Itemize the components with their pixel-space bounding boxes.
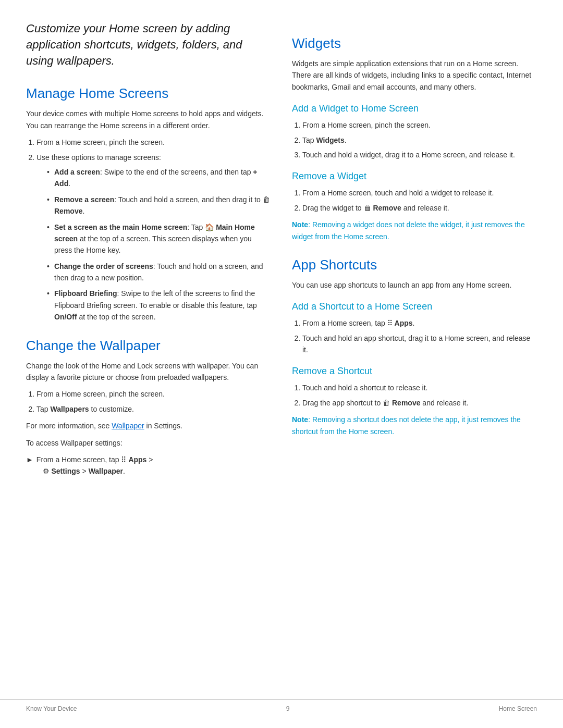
wallpaper-arrow-text: From a Home screen, tap ⠿ Apps > ⚙ Setti… xyxy=(36,454,153,477)
list-item: Drag the app shortcut to 🗑 Remove and re… xyxy=(302,397,537,409)
remove-widget-note: Note: Removing a widget does not delete … xyxy=(292,219,537,242)
footer-right: Home Screen xyxy=(499,705,537,712)
add-shortcut-steps: From a Home screen, tap ⠿ Apps. Touch an… xyxy=(302,317,537,355)
list-item: From a Home screen, pinch the screen. xyxy=(36,137,271,148)
add-shortcut-title: Add a Shortcut to a Home Screen xyxy=(292,301,537,312)
widgets-description: Widgets are simple application extension… xyxy=(292,58,537,93)
list-item: From a Home screen, pinch the screen. xyxy=(302,119,537,131)
change-wallpaper-description: Change the look of the Home and Lock scr… xyxy=(26,360,271,384)
remove-shortcut-note: Note: Removing a shortcut does not delet… xyxy=(292,414,537,437)
add-widget-title: Add a Widget to Home Screen xyxy=(292,103,537,114)
footer-left: Know Your Device xyxy=(26,705,77,712)
list-item: From a Home screen, pinch the screen. xyxy=(36,388,271,400)
widgets-title: Widgets xyxy=(292,35,537,52)
apps-grid-icon-2: ⠿ xyxy=(387,319,393,327)
settings-icon: ⚙ xyxy=(43,467,50,475)
apps-grid-icon: ⠿ xyxy=(121,455,126,464)
list-item: Tap Wallpapers to customize. xyxy=(36,403,271,415)
list-item: Touch and hold a widget, drag it to a Ho… xyxy=(302,149,537,161)
manage-options-list: Add a screen: Swipe to the end of the sc… xyxy=(47,166,271,323)
manage-home-screens-steps: From a Home screen, pinch the screen. Us… xyxy=(36,137,271,323)
app-shortcuts-title: App Shortcuts xyxy=(292,257,537,273)
trash-icon-3: 🗑 xyxy=(383,399,390,407)
remove-shortcut-title: Remove a Shortcut xyxy=(292,366,537,377)
list-item: Flipboard Briefing: Swipe to the left of… xyxy=(47,288,271,323)
change-wallpaper-title: Change the Wallpaper xyxy=(26,338,271,354)
list-item: Set a screen as the main Home screen: Ta… xyxy=(47,221,271,256)
trash-icon: 🗑 xyxy=(263,195,270,204)
home-icon: 🏠 xyxy=(205,223,214,231)
list-item: Change the order of screens: Touch and h… xyxy=(47,261,271,284)
list-item: Drag the widget to 🗑 Remove and release … xyxy=(302,202,537,214)
more-info-text: For more information, see Wallpaper in S… xyxy=(26,420,271,431)
manage-home-screens-title: Manage Home Screens xyxy=(26,85,271,102)
intro-text: Customize your Home screen by adding app… xyxy=(26,21,271,69)
list-item: Touch and hold an app shortcut, drag it … xyxy=(302,332,537,356)
wallpaper-arrow-item: ► From a Home screen, tap ⠿ Apps > ⚙ Set… xyxy=(26,454,271,477)
add-widget-steps: From a Home screen, pinch the screen. Ta… xyxy=(302,119,537,161)
list-item: Use these options to manage screens: Add… xyxy=(36,152,271,323)
list-item: Remove a screen: Touch and hold a screen… xyxy=(47,194,271,217)
trash-icon-2: 🗑 xyxy=(364,204,371,212)
list-item: Tap Widgets. xyxy=(302,134,537,146)
list-item: From a Home screen, touch and hold a wid… xyxy=(302,187,537,199)
list-item: Touch and hold a shortcut to release it. xyxy=(302,382,537,393)
manage-home-screens-description: Your device comes with multiple Home scr… xyxy=(26,108,271,131)
footer-center: 9 xyxy=(286,705,290,712)
access-info-text: To access Wallpaper settings: xyxy=(26,437,271,449)
page-footer: Know Your Device 9 Home Screen xyxy=(0,699,563,712)
change-wallpaper-steps: From a Home screen, pinch the screen. Ta… xyxy=(36,388,271,415)
list-item: From a Home screen, tap ⠿ Apps. xyxy=(302,317,537,329)
app-shortcuts-description: You can use app shortcuts to launch an a… xyxy=(292,279,537,291)
remove-shortcut-steps: Touch and hold a shortcut to release it.… xyxy=(302,382,537,409)
add-icon: + xyxy=(253,168,257,176)
list-item: Add a screen: Swipe to the end of the sc… xyxy=(47,166,271,190)
wallpaper-link[interactable]: Wallpaper xyxy=(112,422,144,430)
remove-widget-title: Remove a Widget xyxy=(292,171,537,182)
arrow-icon: ► xyxy=(26,454,33,465)
remove-widget-steps: From a Home screen, touch and hold a wid… xyxy=(302,187,537,214)
